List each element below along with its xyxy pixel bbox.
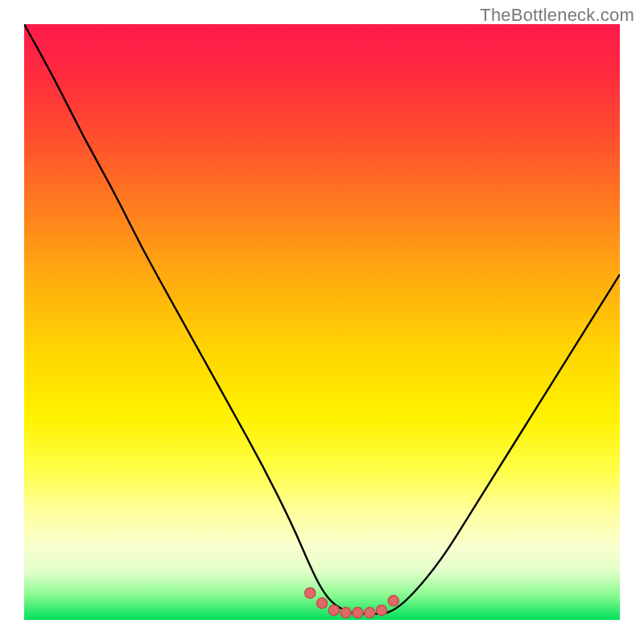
flat-bottom-marker — [377, 605, 387, 616]
flat-bottom-marker — [341, 608, 351, 618]
flat-bottom-marker — [365, 608, 375, 618]
flat-bottom-marker — [317, 598, 328, 609]
flat-bottom-marker — [388, 596, 398, 606]
flat-bottom-marker — [328, 605, 339, 616]
flat-bottom-marker — [305, 588, 316, 598]
watermark-text: TheBottleneck.com — [480, 5, 634, 26]
chart-container: TheBottleneck.com — [0, 0, 644, 644]
bottleneck-curve — [24, 24, 620, 614]
chart-svg — [24, 24, 620, 620]
flat-bottom-marker — [353, 608, 363, 618]
plot-area — [24, 24, 620, 620]
